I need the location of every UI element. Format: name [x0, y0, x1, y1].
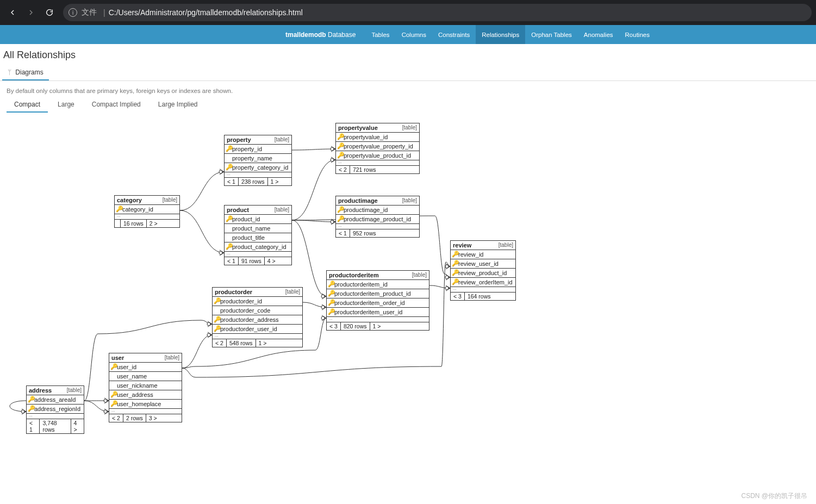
diagrams-tab[interactable]: ᛘ Diagrams — [2, 65, 49, 80]
table-propertyvalue[interactable]: propertyvalue[table]🔑propertyvalue_id🔑pr… — [335, 123, 420, 174]
svg-point-3 — [331, 158, 334, 161]
column-productorder_id: 🔑productorder_id — [213, 297, 302, 306]
table-productorderitem[interactable]: productorderitem[table]🔑productorderitem… — [326, 270, 429, 331]
column-propertyvalue_product_id: 🔑propertyvalue_product_id — [336, 151, 419, 160]
column-review_orderItem_id: 🔑review_orderItem_id — [451, 278, 515, 287]
column-property_name: property_name — [225, 154, 291, 163]
ellipsis: ... — [115, 214, 179, 220]
site-info-icon[interactable]: i — [68, 8, 77, 17]
table-footer: 16 rows2 > — [115, 220, 179, 227]
table-header: productorder[table] — [213, 288, 302, 297]
back-button[interactable] — [4, 4, 21, 21]
column-product_title: product_title — [225, 233, 291, 242]
nav-tab-routines[interactable]: Routines — [619, 25, 656, 44]
nav-tab-constraints[interactable]: Constraints — [432, 25, 476, 44]
table-footer: < 3820 rows1 > — [327, 322, 429, 330]
column-review_user_id: 🔑review_user_id — [451, 259, 515, 269]
section-tabs: ᛘ Diagrams — [0, 65, 816, 81]
table-productimage[interactable]: productimage[table]🔑productimage_id🔑prod… — [335, 196, 420, 238]
view-tab-compact-implied[interactable]: Compact Implied — [84, 98, 148, 111]
svg-point-1 — [219, 251, 222, 254]
column-productorder_address: 🔑productorder_address — [213, 315, 302, 325]
header-nav: TablesColumnsConstraintsRelationshipsOrp… — [365, 25, 656, 44]
table-property[interactable]: property[table]🔑property_idproperty_name… — [224, 135, 292, 186]
column-product_category_id: 🔑product_category_id — [225, 242, 291, 252]
column-user_name: user_name — [109, 372, 182, 381]
column-user_nickname: user_nickname — [109, 381, 182, 390]
nav-tab-columns[interactable]: Columns — [396, 25, 432, 44]
browser-address-bar: i 文件 | C:/Users/Administrator/pg/tmallde… — [0, 0, 816, 25]
svg-point-12 — [104, 399, 107, 402]
forward-button[interactable] — [23, 4, 39, 21]
reload-button[interactable] — [41, 4, 58, 21]
watermark: CSDN @你的凯子很吊 — [741, 491, 807, 501]
svg-point-8 — [445, 287, 449, 290]
svg-point-0 — [219, 170, 222, 173]
table-footer: < 191 rows4 > — [225, 257, 291, 265]
svg-point-7 — [321, 306, 325, 309]
svg-point-13 — [104, 410, 107, 413]
table-header: address[table] — [27, 386, 84, 395]
column-user_homeplace: 🔑user_homeplace — [109, 400, 182, 409]
nav-tab-tables[interactable]: Tables — [365, 25, 395, 44]
table-productorder[interactable]: productorder[table]🔑productorder_idprodu… — [212, 287, 303, 347]
column-review_id: 🔑review_id — [451, 250, 515, 259]
column-productorderitem_user_id: 🔑productorderitem_user_id — [327, 308, 429, 317]
site-header: tmalldemodb Database TablesColumnsConstr… — [0, 25, 816, 44]
svg-point-4 — [331, 220, 334, 223]
column-category_id: 🔑category_id — [115, 205, 179, 214]
view-tab-large[interactable]: Large — [50, 98, 82, 111]
er-diagram: category[table]🔑category_id...16 rows2 >… — [0, 116, 815, 504]
table-category[interactable]: category[table]🔑category_id...16 rows2 > — [114, 195, 180, 228]
view-tab-compact[interactable]: Compact — [7, 98, 48, 113]
nav-tab-anomalies[interactable]: Anomalies — [578, 25, 619, 44]
column-address_regionId: 🔑address_regionId — [27, 405, 84, 414]
column-productimage_product_id: 🔑productimage_product_id — [336, 215, 419, 224]
table-address[interactable]: address[table]🔑address_areaId🔑address_re… — [26, 385, 84, 434]
ellipsis: ... — [336, 224, 419, 229]
column-productorder_code: productorder_code — [213, 306, 302, 315]
table-footer: < 1238 rows1 > — [225, 178, 291, 185]
column-productimage_id: 🔑productimage_id — [336, 206, 419, 215]
svg-point-11 — [445, 265, 449, 268]
table-footer: < 1952 rows — [336, 229, 419, 237]
ellipsis: ... — [336, 160, 419, 166]
ellipsis: ... — [225, 172, 291, 178]
table-header: property[table] — [225, 135, 291, 145]
table-footer: < 2548 rows1 > — [213, 339, 302, 347]
url-text: C:/Users/Administrator/pg/tmalldemodb/re… — [109, 8, 303, 17]
table-footer: < 3164 rows — [451, 293, 515, 300]
view-mode-tabs: CompactLargeCompact ImpliedLarge Implied — [0, 98, 816, 113]
column-productorderitem_product_id: 🔑productorderitem_product_id — [327, 289, 429, 298]
info-text: By default only columns that are primary… — [0, 81, 816, 98]
table-header: productorderitem[table] — [327, 271, 429, 280]
nav-tab-orphan-tables[interactable]: Orphan Tables — [525, 25, 578, 44]
nav-tab-relationships[interactable]: Relationships — [476, 25, 525, 44]
svg-point-6 — [445, 276, 449, 279]
column-product_name: product_name — [225, 224, 291, 233]
ellipsis: ... — [27, 414, 84, 419]
branch-icon: ᛘ — [8, 69, 11, 76]
ellipsis: ... — [327, 317, 429, 322]
table-footer: < 2721 rows — [336, 166, 419, 173]
view-tab-large-implied[interactable]: Large Implied — [151, 98, 205, 111]
ellipsis: ... — [109, 409, 182, 414]
table-header: productimage[table] — [336, 196, 419, 206]
svg-point-10 — [321, 316, 325, 320]
column-user_id: 🔑user_id — [109, 363, 182, 372]
url-scheme-label: 文件 — [82, 8, 97, 17]
ellipsis: ... — [213, 334, 302, 339]
svg-point-2 — [331, 147, 334, 151]
column-user_address: 🔑user_address — [109, 390, 182, 400]
column-property_category_id: 🔑property_category_id — [225, 163, 291, 172]
column-review_product_id: 🔑review_product_id — [451, 269, 515, 278]
table-review[interactable]: review[table]🔑review_id🔑review_user_id🔑r… — [450, 240, 516, 301]
table-header: review[table] — [451, 241, 515, 250]
table-header: user[table] — [109, 353, 182, 363]
brand-label: tmalldemodb Database — [285, 31, 356, 39]
table-product[interactable]: product[table]🔑product_idproduct_namepro… — [224, 205, 292, 265]
url-input[interactable]: i 文件 | C:/Users/Administrator/pg/tmallde… — [63, 4, 812, 21]
table-header: product[table] — [225, 206, 291, 215]
svg-point-14 — [207, 322, 210, 326]
table-user[interactable]: user[table]🔑user_iduser_nameuser_nicknam… — [109, 353, 182, 422]
